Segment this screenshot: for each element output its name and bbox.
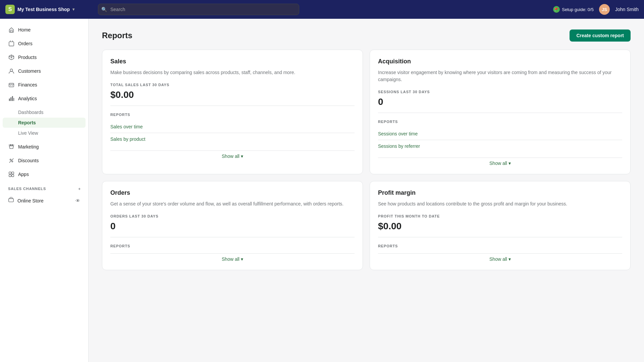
- sidebar-item-home[interactable]: Home: [3, 23, 86, 37]
- user-avatar[interactable]: JS: [599, 4, 610, 15]
- products-icon: [8, 54, 15, 61]
- setup-guide[interactable]: 🚩 Setup guide: 0/5: [553, 6, 594, 13]
- sidebar-item-live-view[interactable]: Live View: [3, 128, 86, 138]
- card-sales: Sales Make business decisions by compari…: [102, 50, 363, 174]
- card-description: Make business decisions by comparing sal…: [110, 69, 355, 76]
- chevron-down-icon: ▾: [241, 154, 243, 159]
- svg-point-2: [10, 69, 12, 71]
- reports-grid: Sales Make business decisions by compari…: [102, 50, 631, 270]
- card-reports-label: REPORTS: [110, 113, 355, 117]
- user-name: John Smith: [615, 7, 639, 12]
- create-custom-report-button[interactable]: Create custom report: [570, 29, 631, 42]
- svg-point-11: [12, 161, 13, 162]
- online-store-left: Online Store: [8, 197, 44, 204]
- sidebar-orders-label: Orders: [18, 41, 33, 46]
- orders-icon: [8, 40, 15, 47]
- show-all-button[interactable]: Show all ▾: [378, 253, 622, 262]
- analytics-icon: [8, 95, 15, 102]
- card-stat-label: SESSIONS LAST 30 DAYS: [378, 90, 622, 94]
- page-header: Reports Create custom report: [102, 29, 631, 42]
- svg-rect-15: [12, 175, 14, 177]
- main-content: Reports Create custom report Sales Make …: [89, 19, 644, 362]
- sidebar-item-analytics[interactable]: Analytics: [3, 92, 86, 105]
- chevron-down-icon: ▾: [508, 161, 511, 166]
- svg-rect-16: [9, 199, 13, 202]
- card-stat-value: $0.00: [378, 221, 622, 237]
- customers-icon: [8, 68, 15, 74]
- sidebar-item-discounts[interactable]: Discounts: [3, 154, 86, 167]
- sidebar-marketing-label: Marketing: [18, 144, 39, 149]
- sidebar-home-label: Home: [18, 27, 31, 33]
- svg-rect-1: [9, 42, 14, 46]
- card-stat-label: TOTAL SALES LAST 30 DAYS: [110, 83, 355, 87]
- sidebar-item-products[interactable]: Products: [3, 51, 86, 64]
- show-all-button[interactable]: Show all ▾: [110, 253, 355, 262]
- brand-area[interactable]: S My Test Business Shop ▾: [5, 5, 93, 14]
- card-title: Sales: [110, 58, 355, 65]
- card-stat-value: $0.00: [110, 89, 355, 106]
- card-description: See how products and locations contribut…: [378, 200, 622, 207]
- online-store-icon: [8, 197, 14, 204]
- search-icon: 🔍: [101, 7, 107, 12]
- sidebar-item-dashboards[interactable]: Dashboards: [3, 107, 86, 117]
- svg-rect-0: [10, 30, 12, 32]
- home-icon: [8, 26, 15, 33]
- report-link[interactable]: Sales over time: [110, 121, 355, 133]
- sidebar-item-orders[interactable]: Orders: [3, 37, 86, 50]
- card-reports-label: REPORTS: [378, 244, 622, 248]
- add-sales-channel-button[interactable]: ＋: [76, 185, 83, 192]
- svg-rect-13: [12, 172, 14, 174]
- card-description: Get a sense of your store's order volume…: [110, 200, 355, 207]
- svg-rect-5: [10, 97, 11, 101]
- sales-channels-label: SALES CHANNELS: [8, 187, 46, 191]
- apps-icon: [8, 171, 15, 178]
- setup-flag-icon: 🚩: [553, 6, 560, 13]
- store-dropdown-icon[interactable]: ▾: [72, 7, 74, 12]
- sidebar-item-marketing[interactable]: Marketing: [3, 140, 86, 154]
- sidebar-item-apps[interactable]: Apps: [3, 168, 86, 181]
- svg-rect-4: [9, 99, 10, 101]
- show-all-button[interactable]: Show all ▾: [110, 150, 355, 159]
- chevron-down-icon: ▾: [508, 256, 511, 262]
- sidebar-finances-label: Finances: [18, 82, 37, 87]
- report-link[interactable]: Sessions over time: [378, 128, 622, 140]
- search-bar: 🔍: [98, 4, 299, 15]
- sidebar-item-reports[interactable]: Reports: [3, 118, 86, 128]
- sidebar-apps-label: Apps: [18, 172, 29, 177]
- report-link[interactable]: Sessions by referrer: [378, 140, 622, 152]
- page-title: Reports: [102, 31, 132, 40]
- sidebar-analytics-label: Analytics: [18, 96, 37, 101]
- sidebar-discounts-label: Discounts: [18, 158, 39, 163]
- card-stat-label: ORDERS LAST 30 DAYS: [110, 214, 355, 218]
- analytics-sub: Dashboards Reports Live View: [0, 106, 88, 140]
- card-title: Acquisition: [378, 58, 622, 65]
- report-link[interactable]: Sales by product: [110, 133, 355, 145]
- card-orders: Orders Get a sense of your store's order…: [102, 181, 363, 270]
- online-store-view-icon[interactable]: 👁: [75, 198, 80, 203]
- card-description: Increase visitor engagement by knowing w…: [378, 69, 622, 83]
- online-store-label: Online Store: [17, 198, 44, 203]
- sidebar-item-finances[interactable]: Finances: [3, 78, 86, 92]
- card-reports-label: REPORTS: [110, 244, 355, 248]
- svg-rect-7: [13, 98, 14, 101]
- sidebar-item-online-store[interactable]: Online Store 👁: [3, 194, 86, 207]
- topnav-right: 🚩 Setup guide: 0/5 JS John Smith: [553, 4, 639, 15]
- card-stat-label: PROFIT THIS MONTH TO DATE: [378, 214, 622, 218]
- sales-channels-section: SALES CHANNELS ＋: [0, 181, 88, 193]
- card-profit-margin: Profit margin See how products and locat…: [370, 181, 631, 270]
- marketing-icon: [8, 143, 15, 150]
- svg-rect-6: [12, 96, 13, 101]
- card-title: Orders: [110, 189, 355, 196]
- sidebar-products-label: Products: [18, 55, 37, 60]
- svg-rect-14: [9, 175, 11, 177]
- svg-point-10: [10, 159, 11, 161]
- chevron-down-icon: ▾: [241, 256, 243, 262]
- card-reports-label: REPORTS: [378, 120, 622, 124]
- store-name: My Test Business Shop: [17, 7, 70, 12]
- show-all-button[interactable]: Show all ▾: [378, 158, 622, 166]
- search-input[interactable]: [98, 4, 299, 15]
- top-navigation: S My Test Business Shop ▾ 🔍 🚩 Setup guid…: [0, 0, 644, 19]
- card-title: Profit margin: [378, 189, 622, 196]
- sidebar-item-customers[interactable]: Customers: [3, 64, 86, 78]
- card-stat-value: 0: [378, 97, 622, 113]
